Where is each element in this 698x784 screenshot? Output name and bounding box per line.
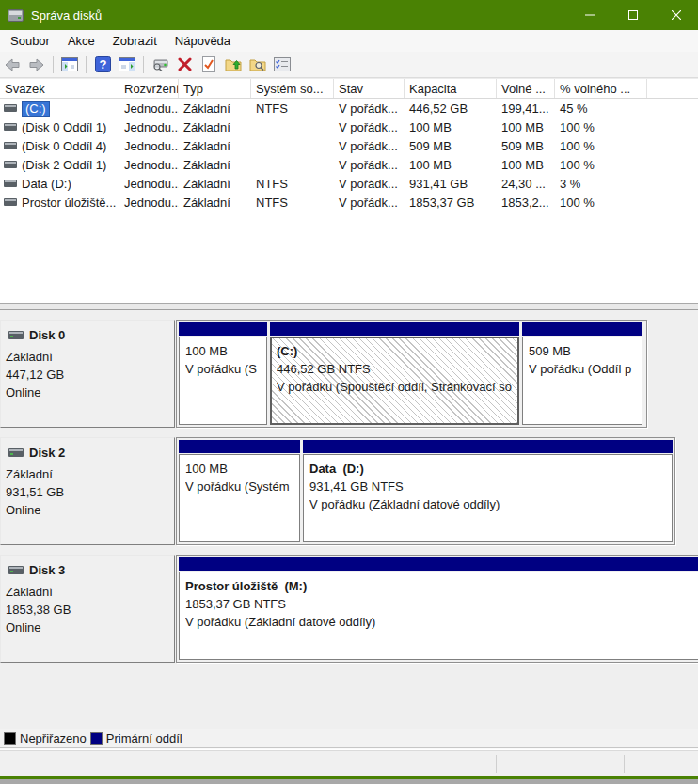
column-header-system-souboru[interactable]: Systém so...: [251, 79, 334, 98]
volume-name: Data (D:): [22, 177, 71, 191]
volume-type: Základní: [179, 139, 251, 153]
help-button[interactable]: ?: [91, 55, 114, 75]
primary-partition-swatch: [90, 732, 103, 745]
column-header-typ[interactable]: Typ: [179, 79, 251, 98]
volume-icon: [4, 123, 17, 131]
menubar: Soubor Akce Zobrazit Nápověda: [0, 30, 698, 52]
disk-icon: [8, 331, 24, 339]
volume-layout: Jednodu...: [119, 177, 179, 191]
check-document-button[interactable]: [198, 55, 220, 75]
menu-akce[interactable]: Akce: [59, 31, 103, 51]
minimize-button[interactable]: [568, 0, 611, 30]
volume-free: 100 MB: [497, 158, 555, 172]
volume-free-pct: 100 %: [555, 139, 647, 153]
volume-row-data-d[interactable]: Data (D:) Jednodu... Základní NTFS V poř…: [0, 174, 698, 193]
disk-status: Online: [6, 384, 168, 401]
delete-button[interactable]: [173, 55, 196, 75]
volume-layout: Jednodu...: [119, 196, 179, 210]
volume-capacity: 509 MB: [405, 139, 497, 153]
partition-status: V pořádku (S: [185, 360, 266, 378]
window-bottom-edge: [0, 779, 698, 784]
volume-status: V pořádk...: [334, 177, 405, 191]
task-list-icon: [274, 57, 291, 71]
partition-color-bar: [179, 440, 300, 453]
toolbar: ?: [0, 52, 698, 78]
show-action-pane-button[interactable]: [116, 55, 138, 75]
volume-list-header: Svazek Rozvržení Typ Systém so... Stav K…: [0, 78, 698, 99]
unallocated-swatch: [4, 732, 16, 745]
volume-row-disk0-oddil4[interactable]: (Disk 0 Oddíl 4) Jednodu... Základní V p…: [0, 136, 698, 155]
forward-button[interactable]: [25, 55, 48, 75]
column-header-empty: [647, 79, 698, 98]
disk3-row: Disk 3 Základní 1853,38 GB Online Prosto…: [0, 555, 698, 663]
volume-name: (C:): [22, 101, 50, 117]
disk-status: Online: [6, 501, 168, 519]
volume-name: Prostor úložiště...: [22, 196, 116, 210]
show-console-tree-button[interactable]: [58, 55, 81, 75]
disk-icon: [8, 448, 24, 457]
toolbar-separator: [143, 56, 144, 73]
menu-soubor[interactable]: Soubor: [2, 31, 58, 51]
disk0-partition-c[interactable]: (C:) 446,52 GB NTFS V pořádku (Spouštěcí…: [270, 322, 519, 425]
disk0-partition-1[interactable]: 100 MB V pořádku (S: [179, 322, 267, 425]
volume-free: 24,30 ...: [497, 177, 555, 191]
window-title: Správa disků: [31, 8, 102, 23]
column-header-svazek[interactable]: Svazek: [0, 79, 119, 98]
check-document-icon: [202, 56, 215, 72]
volume-capacity: 100 MB: [405, 158, 497, 172]
delete-icon: [178, 57, 192, 71]
disk3-partition-m[interactable]: Prostor úložiště (M:) 1853,37 GB NTFS V …: [179, 557, 698, 660]
toolbar-separator: [86, 56, 87, 73]
disk2-info[interactable]: Disk 2 Základní 931,51 GB Online: [0, 437, 175, 545]
open-parent-folder-button[interactable]: [222, 55, 245, 75]
disk0-info[interactable]: Disk 0 Základní 447,12 GB Online: [0, 320, 175, 428]
volume-name: (Disk 0 Oddíl 4): [22, 139, 106, 153]
disk2-strip: 100 MB V pořádku (Systém Data (D:) 931,4…: [176, 437, 675, 545]
device-properties-button[interactable]: [149, 55, 171, 75]
volume-status: V pořádk...: [334, 158, 405, 172]
column-header-procento-volneho[interactable]: % volného ...: [555, 79, 647, 98]
task-list-button[interactable]: [271, 55, 293, 75]
explore-folder-button[interactable]: [246, 55, 269, 75]
back-button[interactable]: [1, 55, 24, 75]
menu-napoveda[interactable]: Nápověda: [167, 31, 239, 51]
close-button[interactable]: [655, 0, 698, 30]
partition-title: (C:): [277, 342, 517, 360]
partition-color-bar: [270, 322, 519, 336]
column-header-kapacita[interactable]: Kapacita: [405, 79, 497, 98]
volume-status: V pořádk...: [334, 139, 405, 153]
toolbar-separator: [53, 56, 54, 73]
forward-icon: [28, 57, 45, 72]
legend-primary-partition: Primární oddíl: [90, 731, 182, 745]
maximize-button[interactable]: [611, 0, 655, 30]
volume-fs: NTFS: [251, 102, 334, 116]
partition-status: V pořádku (Oddíl p: [529, 360, 642, 378]
svg-text:?: ?: [99, 57, 106, 71]
disk2-partition-1[interactable]: 100 MB V pořádku (Systém: [179, 440, 300, 542]
close-icon: [672, 10, 681, 20]
column-header-rozvrzeni[interactable]: Rozvržení: [119, 79, 179, 98]
disk3-info[interactable]: Disk 3 Základní 1853,38 GB Online: [0, 555, 175, 663]
volume-free-pct: 100 %: [555, 120, 647, 134]
disk2-partition-data[interactable]: Data (D:) 931,41 GB NTFS V pořádku (Zákl…: [303, 440, 673, 542]
volume-name: (Disk 2 Oddíl 1): [22, 158, 106, 172]
titlebar: Správa disků: [0, 0, 698, 30]
volume-row-c[interactable]: (C:) Jednodu... Základní NTFS V pořádk..…: [0, 99, 698, 118]
menu-zobrazit[interactable]: Zobrazit: [104, 31, 166, 51]
volume-free: 199,41...: [497, 102, 555, 116]
volume-row-prostor-uloziste[interactable]: Prostor úložiště... Jednodu... Základní …: [0, 193, 698, 212]
legend-unallocated: Nepřiřazeno: [4, 731, 87, 745]
disk0-strip: 100 MB V pořádku (S (C:) 446,52 GB NTFS …: [176, 320, 647, 428]
disk-icon: [8, 566, 24, 574]
volume-row-disk0-oddil1[interactable]: (Disk 0 Oddíl 1) Jednodu... Základní V p…: [0, 118, 698, 136]
volume-list: Svazek Rozvržení Typ Systém so... Stav K…: [0, 78, 698, 303]
pane-splitter[interactable]: [0, 303, 698, 310]
volume-free-pct: 100 %: [555, 196, 647, 210]
console-tree-icon: [61, 57, 78, 71]
column-header-stav[interactable]: Stav: [334, 79, 405, 98]
folder-search-icon: [249, 57, 266, 72]
volume-row-disk2-oddil1[interactable]: (Disk 2 Oddíl 1) Jednodu... Základní V p…: [0, 155, 698, 174]
partition-size: 446,52 GB NTFS: [277, 360, 517, 378]
disk0-partition-3[interactable]: 509 MB V pořádku (Oddíl p: [522, 322, 642, 425]
column-header-volne[interactable]: Volné ...: [497, 79, 555, 98]
